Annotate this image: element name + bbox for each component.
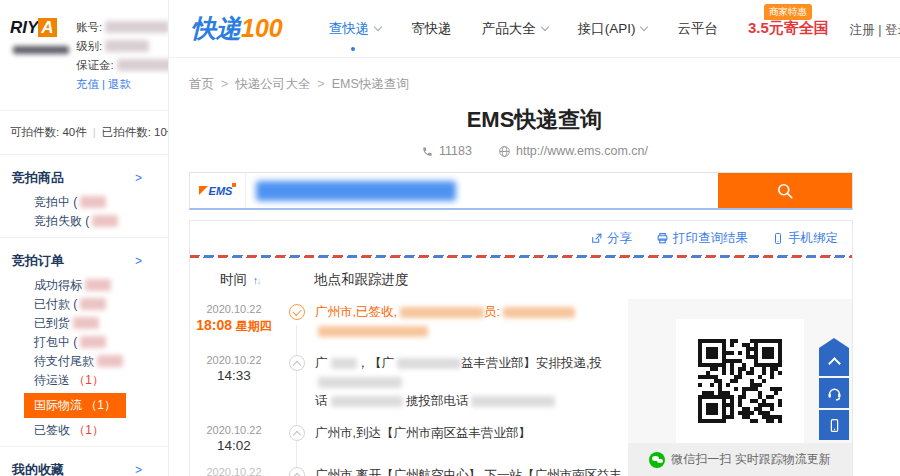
sidebar-item-signed[interactable]: 已签收 （1） [0, 421, 168, 440]
tracking-result-panel: 分享 打印查询结果 手机绑定 时间 ↑↓ 地点和跟踪进度 [189, 220, 853, 476]
check-circle-icon [289, 304, 305, 320]
sidebar-item-to-ship[interactable]: 待运送 （1） [0, 371, 168, 390]
redacted-text [503, 307, 575, 318]
redacted-text [331, 396, 403, 407]
company-website[interactable]: http://www.ems.com.cn/ [498, 144, 648, 158]
main-content: 快递100 查快递 寄快递 产品大全 接口(API) 云平台 商家特惠 3.5元… [169, 0, 900, 476]
print-result-link[interactable]: 打印查询结果 [656, 230, 748, 247]
recharge-link[interactable]: 充值 [76, 78, 99, 90]
count-redacted [80, 196, 106, 208]
refund-link[interactable]: 退款 [108, 78, 131, 90]
chevron-circle-icon[interactable] [289, 467, 305, 476]
count-redacted [80, 336, 106, 348]
result-actions: 分享 打印查询结果 手机绑定 [190, 221, 852, 255]
sidebar-section-auction-goods[interactable]: 竞拍商品> [0, 161, 168, 193]
wechat-caption: 微信扫一扫 实时跟踪物流更新 [628, 443, 852, 476]
kuaidi100-logo[interactable]: 快递100 [191, 12, 283, 45]
breadcrumb-current: EMS快递查询 [332, 77, 409, 91]
search-button[interactable] [718, 173, 852, 208]
tracking-row-signed: 2020.10.22 18:08 星期四 广州市,已签收,员: [190, 303, 628, 341]
nav-item-products[interactable]: 产品大全 [482, 20, 548, 38]
tracking-searchbar: EMS [189, 172, 853, 210]
sidebar-item-packing[interactable]: 打包中 ( [0, 333, 168, 352]
sidebar-item-won[interactable]: 成功得标 [0, 276, 168, 295]
phone-bind-link[interactable]: 手机绑定 [772, 230, 838, 247]
account-level-row: 级别: [76, 37, 169, 56]
breadcrumb-separator: > [317, 77, 324, 91]
qr-code [698, 339, 782, 423]
nav-item-send[interactable]: 寄快递 [411, 20, 452, 38]
sidebar-item-arrived[interactable]: 已到货 [0, 314, 168, 333]
breadcrumb-separator: > [221, 77, 228, 91]
row-text: 广州市,已签收,员: [315, 303, 628, 341]
sidebar-item-bid-failed[interactable]: 竞拍失败 ( [0, 212, 168, 231]
register-login-link[interactable]: 注册 | 登录 [850, 22, 900, 39]
redacted-text [471, 396, 555, 407]
sort-icon[interactable]: ↑↓ [253, 274, 260, 286]
row-datetime: 2020.10.22 14:02 [190, 424, 278, 453]
ems-logo-text: EMS [209, 185, 233, 197]
sidebar-item-paid[interactable]: 已付款 ( [0, 295, 168, 314]
count-redacted [73, 317, 99, 329]
account-level-redacted [105, 40, 149, 52]
breadcrumb: 首页>快递公司大全>EMS快递查询 [169, 58, 900, 93]
sidebar-section-auction-orders[interactable]: 竞拍订单> [0, 244, 168, 276]
breadcrumb-home[interactable]: 首页 [189, 77, 214, 91]
page-title: EMS快递查询 [169, 105, 900, 135]
auction-sidebar: RIYA 账号: 级别: 保证金:元 充值|退款 可拍件数: 40件|已拍件数:… [0, 0, 169, 476]
chevron-circle-icon[interactable] [289, 355, 305, 371]
tracking-row-departure: 2020.10.22 12:24 广州市,离开【广州航空中心】,下一站【广州市南… [190, 466, 628, 476]
share-link[interactable]: 分享 [590, 230, 632, 247]
account-links: 充值|退款 [76, 75, 169, 94]
mobile-app-button[interactable] [819, 410, 849, 440]
sidebar-item-intl-logistics-active[interactable]: 国际物流 （1） [24, 393, 126, 418]
chevron-right-icon: > [135, 463, 142, 476]
riya-logo-accent: A [38, 18, 56, 37]
redacted-text [318, 326, 428, 337]
company-phone: 11183 [421, 144, 472, 158]
search-icon [775, 181, 795, 201]
chevron-down-icon [640, 22, 648, 30]
redacted-text [397, 358, 461, 369]
back-to-top-button[interactable] [819, 338, 849, 376]
redacted-text [318, 377, 402, 388]
count-redacted [80, 298, 106, 310]
divider [0, 237, 168, 238]
account-id-row: 账号: [76, 18, 169, 37]
divider [0, 110, 168, 111]
count-redacted [85, 279, 111, 291]
account-info: 账号: 级别: 保证金:元 充值|退款 [76, 18, 169, 94]
sidebar-item-pending-balance[interactable]: 待支付尾款 [0, 352, 168, 371]
chevron-right-icon: > [135, 171, 142, 185]
tracking-row-arrival: 2020.10.22 14:02 广州市,到达【广州市南区益丰营业部】 [190, 424, 628, 453]
customer-service-button[interactable] [819, 378, 849, 408]
ems-brand-logo: EMS [190, 173, 246, 208]
nav-item-cloud[interactable]: 云平台 [677, 20, 718, 38]
nav-item-api[interactable]: 接口(API) [578, 20, 648, 38]
phone-icon [421, 145, 434, 158]
sidebar-section-favorites[interactable]: 我的收藏> [0, 453, 168, 476]
nav-item-track[interactable]: 查快递 [329, 20, 382, 38]
link-separator: | [102, 78, 105, 90]
promo-label: 3.5元寄全国 [748, 19, 829, 36]
promo-link[interactable]: 商家特惠 3.5元寄全国 [748, 19, 829, 38]
account-panel: RIYA 账号: 级别: 保证金:元 充值|退款 [0, 14, 168, 104]
company-meta: 11183 http://www.ems.com.cn/ [169, 144, 900, 158]
divider [0, 154, 168, 155]
divider [0, 446, 168, 447]
kuaidi100-topbar: 快递100 查快递 寄快递 产品大全 接口(API) 云平台 商家特惠 3.5元… [169, 0, 900, 58]
chevron-circle-icon[interactable] [289, 425, 305, 441]
redacted-text [331, 358, 357, 369]
tracking-number-input[interactable] [246, 173, 718, 208]
breadcrumb-companies[interactable]: 快递公司大全 [235, 77, 310, 91]
riya-logo-text: RIYA [10, 18, 68, 38]
globe-icon [498, 145, 511, 158]
riya-logo[interactable]: RIYA [10, 18, 68, 94]
row-text: 广州市,离开【广州航空中心】,下一站【广州市南区益丰营业部】（经转) [315, 466, 628, 476]
tracking-body: 2020.10.22 18:08 星期四 广州市,已签收,员: 2020.10.… [190, 299, 852, 476]
row-datetime: 2020.10.22 18:08 星期四 [190, 303, 278, 341]
row-text: 广州市,到达【广州市南区益丰营业部】 [315, 424, 628, 453]
tracking-number-redacted [256, 181, 456, 201]
progress-column-header: 地点和跟踪进度 [314, 271, 409, 289]
sidebar-item-bidding[interactable]: 竞拍中 ( [0, 193, 168, 212]
